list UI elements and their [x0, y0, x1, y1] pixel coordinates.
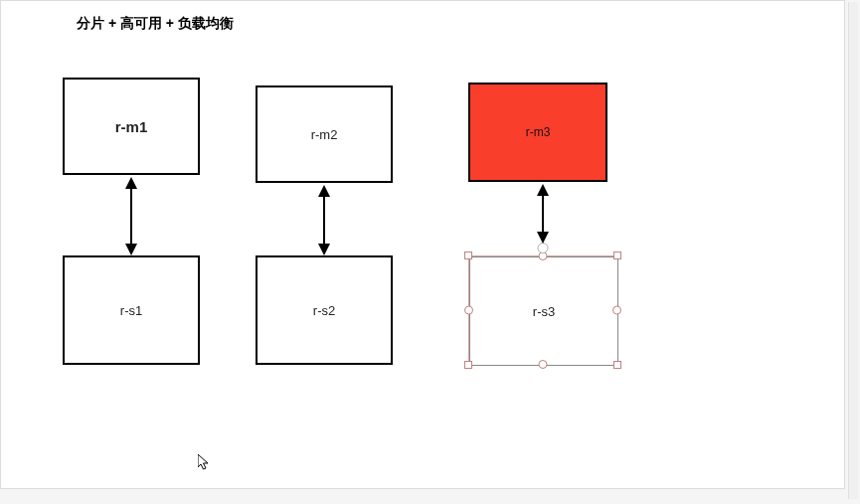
node-s2-label: r-s2 [313, 303, 335, 318]
node-s3-label: r-s3 [533, 304, 555, 319]
node-m2[interactable]: r-m2 [256, 85, 393, 183]
node-s1-label: r-s1 [120, 303, 142, 318]
resize-handle-tl[interactable] [464, 252, 472, 259]
arrow-down-icon [125, 244, 137, 255]
resize-handle-r[interactable] [612, 306, 621, 315]
cursor-icon [198, 454, 212, 476]
node-m1-label: r-m1 [115, 118, 148, 135]
slide-canvas[interactable]: 分片 + 高可用 + 负载均衡 r-m1 r-m2 r-m3 r-s1 r-s2… [0, 0, 845, 489]
vertical-scrollbar[interactable] [848, 2, 858, 499]
arrow-down-icon [537, 232, 549, 244]
node-s3[interactable]: r-s3 [469, 256, 618, 366]
resize-handle-l[interactable] [464, 306, 473, 315]
resize-handle-br[interactable] [613, 361, 621, 369]
resize-handle-tr[interactable] [613, 252, 621, 259]
node-m2-label: r-m2 [311, 127, 338, 142]
resize-handle-b[interactable] [539, 360, 548, 369]
connector-m1-s1[interactable] [130, 186, 132, 244]
slide-title: 分片 + 高可用 + 负载均衡 [77, 15, 234, 33]
node-s1[interactable]: r-s1 [63, 255, 200, 365]
resize-handle-bl[interactable] [464, 361, 472, 369]
node-m3-label: r-m3 [526, 125, 551, 139]
arrow-down-icon [318, 244, 330, 255]
node-m1[interactable]: r-m1 [63, 78, 200, 175]
node-m3[interactable]: r-m3 [468, 83, 607, 182]
connector-handle-top[interactable] [538, 243, 549, 253]
connector-m3-s3[interactable] [542, 193, 544, 235]
connector-m2-s2[interactable] [323, 194, 325, 244]
node-s3-selection[interactable]: r-s3 [468, 255, 617, 365]
node-s2[interactable]: r-s2 [256, 255, 393, 365]
